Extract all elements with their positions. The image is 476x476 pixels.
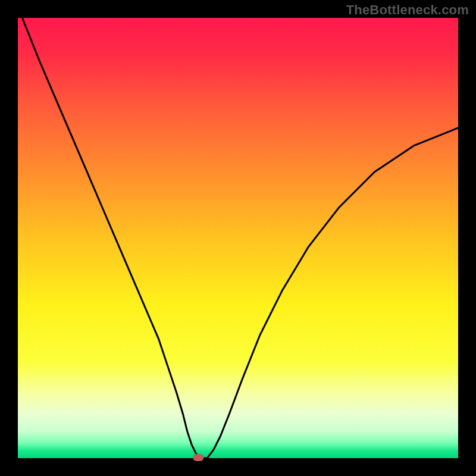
chart-svg <box>0 0 476 476</box>
bottleneck-chart: TheBottleneck.com <box>0 0 476 476</box>
minimum-marker <box>193 454 203 461</box>
